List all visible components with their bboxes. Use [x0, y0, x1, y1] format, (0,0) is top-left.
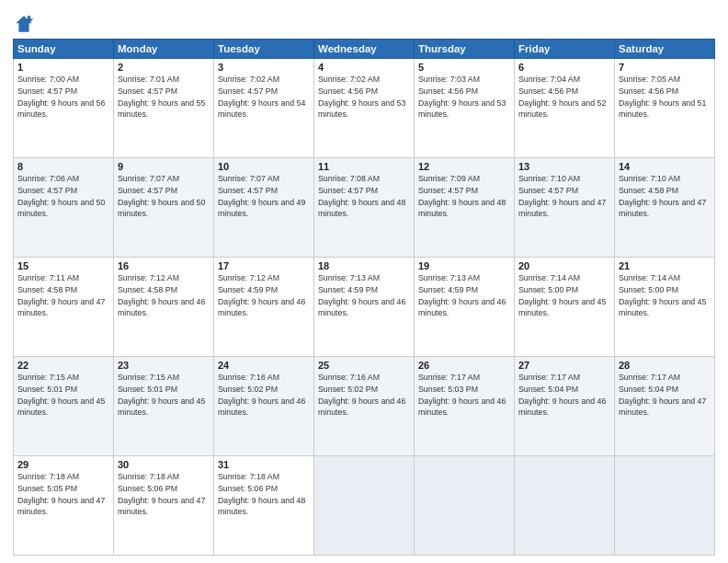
day-info: Sunrise: 7:14 AMSunset: 5:00 PMDaylight:…	[518, 272, 610, 319]
day-number: 4	[318, 62, 410, 73]
day-info: Sunrise: 7:10 AMSunset: 4:58 PMDaylight:…	[619, 173, 711, 220]
day-number: 19	[418, 260, 510, 271]
calendar-cell: 11 Sunrise: 7:08 AMSunset: 4:57 PMDaylig…	[314, 158, 415, 258]
day-number: 13	[518, 161, 610, 172]
calendar-cell: 17 Sunrise: 7:12 AMSunset: 4:59 PMDaylig…	[214, 258, 314, 357]
day-number: 30	[118, 459, 210, 470]
calendar-cell: 3 Sunrise: 7:02 AMSunset: 4:57 PMDayligh…	[214, 59, 314, 158]
day-number: 29	[17, 459, 109, 470]
day-number: 1	[17, 62, 109, 73]
calendar-cell: 20 Sunrise: 7:14 AMSunset: 5:00 PMDaylig…	[515, 258, 615, 357]
header	[13, 9, 715, 35]
day-info: Sunrise: 7:02 AMSunset: 4:56 PMDaylight:…	[318, 74, 410, 121]
calendar-cell	[615, 456, 715, 556]
calendar-cell	[415, 456, 515, 556]
calendar-cell: 6 Sunrise: 7:04 AMSunset: 4:56 PMDayligh…	[515, 59, 615, 158]
calendar-cell: 1 Sunrise: 7:00 AMSunset: 4:57 PMDayligh…	[14, 59, 114, 158]
week-row-2: 8 Sunrise: 7:06 AMSunset: 4:57 PMDayligh…	[14, 158, 715, 258]
day-info: Sunrise: 7:13 AMSunset: 4:59 PMDaylight:…	[318, 272, 410, 319]
calendar-cell: 4 Sunrise: 7:02 AMSunset: 4:56 PMDayligh…	[314, 59, 415, 158]
calendar-cell: 28 Sunrise: 7:17 AMSunset: 5:04 PMDaylig…	[615, 357, 715, 456]
calendar-cell: 14 Sunrise: 7:10 AMSunset: 4:58 PMDaylig…	[615, 158, 715, 258]
calendar-cell: 16 Sunrise: 7:12 AMSunset: 4:58 PMDaylig…	[114, 258, 214, 357]
day-info: Sunrise: 7:18 AMSunset: 5:06 PMDaylight:…	[218, 471, 310, 518]
day-info: Sunrise: 7:17 AMSunset: 5:04 PMDaylight:…	[518, 372, 610, 419]
day-number: 3	[218, 62, 310, 73]
calendar-table: SundayMondayTuesdayWednesdayThursdayFrid…	[13, 39, 715, 556]
day-info: Sunrise: 7:14 AMSunset: 5:00 PMDaylight:…	[619, 272, 711, 319]
calendar-cell	[314, 456, 415, 556]
calendar-cell: 7 Sunrise: 7:05 AMSunset: 4:56 PMDayligh…	[615, 59, 715, 158]
day-info: Sunrise: 7:18 AMSunset: 5:06 PMDaylight:…	[118, 471, 210, 518]
day-info: Sunrise: 7:05 AMSunset: 4:56 PMDaylight:…	[619, 74, 711, 121]
day-info: Sunrise: 7:12 AMSunset: 4:58 PMDaylight:…	[118, 272, 210, 319]
weekday-header-sunday: Sunday	[14, 40, 114, 59]
calendar-cell: 18 Sunrise: 7:13 AMSunset: 4:59 PMDaylig…	[314, 258, 415, 357]
day-info: Sunrise: 7:01 AMSunset: 4:57 PMDaylight:…	[118, 74, 210, 121]
calendar-cell: 21 Sunrise: 7:14 AMSunset: 5:00 PMDaylig…	[615, 258, 715, 357]
logo	[13, 9, 39, 35]
day-info: Sunrise: 7:08 AMSunset: 4:57 PMDaylight:…	[318, 173, 410, 220]
week-row-5: 29 Sunrise: 7:18 AMSunset: 5:05 PMDaylig…	[14, 456, 715, 556]
day-number: 21	[619, 260, 711, 271]
day-number: 14	[619, 161, 711, 172]
day-number: 5	[418, 62, 510, 73]
day-number: 10	[218, 161, 310, 172]
day-number: 23	[118, 360, 210, 371]
weekday-header-thursday: Thursday	[415, 40, 515, 59]
week-row-3: 15 Sunrise: 7:11 AMSunset: 4:58 PMDaylig…	[14, 258, 715, 357]
day-number: 12	[418, 161, 510, 172]
day-number: 27	[518, 360, 610, 371]
calendar-cell: 9 Sunrise: 7:07 AMSunset: 4:57 PMDayligh…	[114, 158, 214, 258]
weekday-header-monday: Monday	[114, 40, 214, 59]
calendar-cell: 31 Sunrise: 7:18 AMSunset: 5:06 PMDaylig…	[214, 456, 314, 556]
weekday-header-friday: Friday	[515, 40, 615, 59]
calendar-cell	[515, 456, 615, 556]
calendar-cell: 23 Sunrise: 7:15 AMSunset: 5:01 PMDaylig…	[114, 357, 214, 456]
day-info: Sunrise: 7:07 AMSunset: 4:57 PMDaylight:…	[118, 173, 210, 220]
calendar-cell: 25 Sunrise: 7:16 AMSunset: 5:02 PMDaylig…	[314, 357, 415, 456]
week-row-1: 1 Sunrise: 7:00 AMSunset: 4:57 PMDayligh…	[14, 59, 715, 158]
calendar-cell: 8 Sunrise: 7:06 AMSunset: 4:57 PMDayligh…	[14, 158, 114, 258]
day-number: 31	[218, 459, 310, 470]
day-number: 28	[619, 360, 711, 371]
day-number: 24	[218, 360, 310, 371]
day-info: Sunrise: 7:13 AMSunset: 4:59 PMDaylight:…	[418, 272, 510, 319]
day-info: Sunrise: 7:02 AMSunset: 4:57 PMDaylight:…	[218, 74, 310, 121]
calendar-cell: 15 Sunrise: 7:11 AMSunset: 4:58 PMDaylig…	[14, 258, 114, 357]
day-info: Sunrise: 7:18 AMSunset: 5:05 PMDaylight:…	[17, 471, 109, 518]
day-number: 15	[17, 260, 109, 271]
day-number: 8	[17, 161, 109, 172]
day-number: 7	[619, 62, 711, 73]
day-info: Sunrise: 7:09 AMSunset: 4:57 PMDaylight:…	[418, 173, 510, 220]
day-info: Sunrise: 7:16 AMSunset: 5:02 PMDaylight:…	[318, 372, 410, 419]
day-number: 11	[318, 161, 410, 172]
day-info: Sunrise: 7:04 AMSunset: 4:56 PMDaylight:…	[518, 74, 610, 121]
day-info: Sunrise: 7:10 AMSunset: 4:57 PMDaylight:…	[518, 173, 610, 220]
day-number: 22	[17, 360, 109, 371]
day-number: 20	[518, 260, 610, 271]
day-number: 17	[218, 260, 310, 271]
day-info: Sunrise: 7:00 AMSunset: 4:57 PMDaylight:…	[17, 74, 109, 121]
weekday-header-row: SundayMondayTuesdayWednesdayThursdayFrid…	[14, 40, 715, 59]
day-info: Sunrise: 7:03 AMSunset: 4:56 PMDaylight:…	[418, 74, 510, 121]
day-number: 25	[318, 360, 410, 371]
weekday-header-saturday: Saturday	[615, 40, 715, 59]
day-info: Sunrise: 7:16 AMSunset: 5:02 PMDaylight:…	[218, 372, 310, 419]
calendar-cell: 30 Sunrise: 7:18 AMSunset: 5:06 PMDaylig…	[114, 456, 214, 556]
day-number: 16	[118, 260, 210, 271]
day-info: Sunrise: 7:17 AMSunset: 5:03 PMDaylight:…	[418, 372, 510, 419]
day-number: 26	[418, 360, 510, 371]
weekday-header-tuesday: Tuesday	[214, 40, 314, 59]
calendar-cell: 2 Sunrise: 7:01 AMSunset: 4:57 PMDayligh…	[114, 59, 214, 158]
calendar-cell: 22 Sunrise: 7:15 AMSunset: 5:01 PMDaylig…	[14, 357, 114, 456]
day-info: Sunrise: 7:15 AMSunset: 5:01 PMDaylight:…	[118, 372, 210, 419]
logo-icon	[13, 13, 35, 35]
day-info: Sunrise: 7:12 AMSunset: 4:59 PMDaylight:…	[218, 272, 310, 319]
calendar-cell: 10 Sunrise: 7:07 AMSunset: 4:57 PMDaylig…	[214, 158, 314, 258]
day-number: 6	[518, 62, 610, 73]
calendar-cell: 12 Sunrise: 7:09 AMSunset: 4:57 PMDaylig…	[415, 158, 515, 258]
day-info: Sunrise: 7:07 AMSunset: 4:57 PMDaylight:…	[218, 173, 310, 220]
day-info: Sunrise: 7:11 AMSunset: 4:58 PMDaylight:…	[17, 272, 109, 319]
day-info: Sunrise: 7:17 AMSunset: 5:04 PMDaylight:…	[619, 372, 711, 419]
